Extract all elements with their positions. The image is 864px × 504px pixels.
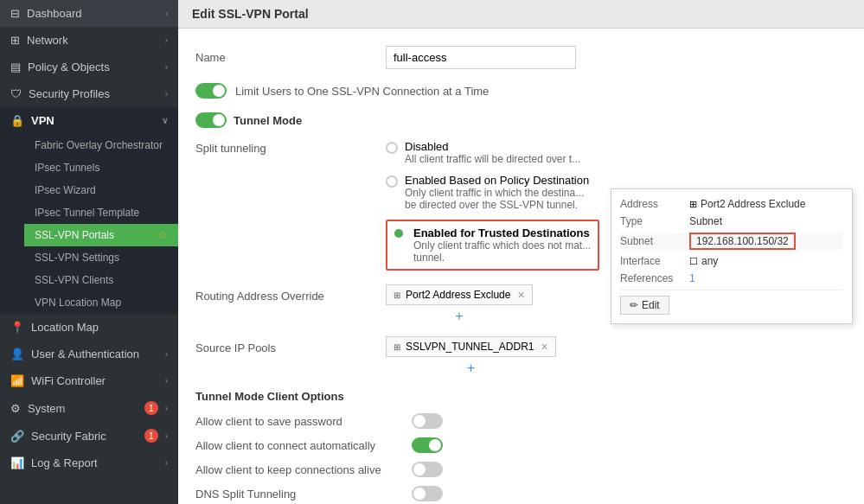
- chevron-icon: ›: [165, 9, 168, 18]
- radio-desc-trusted: Only client traffic which does not mat..…: [413, 239, 591, 264]
- sidebar-label-ipsec-wizard: IPsec Wizard: [35, 184, 96, 196]
- tooltip-subnet-val: 192.168.100.150/32: [689, 233, 796, 250]
- wifi-icon: 📶: [10, 374, 24, 387]
- option-row-0: Allow client to save password: [195, 413, 847, 429]
- source-ip-row: Source IP Pools ⊞ SSLVPN_TUNNEL_ADDR1 × …: [195, 336, 847, 376]
- tunnel-mode-toggle[interactable]: [195, 112, 227, 128]
- vpn-submenu: Fabric Overlay Orchestrator IPsec Tunnel…: [0, 134, 178, 314]
- shield-icon: 🛡: [10, 87, 22, 100]
- limit-users-toggle[interactable]: [195, 83, 227, 99]
- routing-address-label: Routing Address Override: [195, 284, 386, 303]
- sidebar-item-vpn-location-map[interactable]: VPN Location Map: [24, 291, 178, 314]
- option-row-2: Allow client to keep connections alive: [195, 462, 847, 477]
- tooltip-type-row: Type Subnet: [620, 215, 843, 227]
- split-option-disabled[interactable]: Disabled All client traffic will be dire…: [386, 140, 599, 165]
- sidebar-item-fabric-overlay[interactable]: Fabric Overlay Orchestrator: [24, 134, 178, 156]
- tooltip-references-key: References: [620, 272, 689, 284]
- tooltip-edit-button[interactable]: ✏ Edit: [620, 296, 669, 315]
- option-toggle-0[interactable]: [412, 413, 443, 429]
- add-routing-btn[interactable]: +: [386, 309, 533, 324]
- split-tunneling-label: Split tunneling: [195, 140, 368, 271]
- option-label-1: Allow client to connect automatically: [195, 439, 403, 452]
- source-ip-value: ⊞ SSLVPN_TUNNEL_ADDR1 × +: [386, 336, 556, 376]
- option-label-3: DNS Split Tunneling: [195, 488, 403, 501]
- split-options: Disabled All client traffic will be dire…: [386, 140, 599, 271]
- option-row-3: DNS Split Tunneling: [195, 486, 847, 501]
- pencil-icon: ✏: [630, 299, 638, 311]
- option-toggle-3[interactable]: [412, 486, 443, 501]
- remove-routing-btn[interactable]: ×: [517, 288, 524, 302]
- sidebar-label-vpn-location: VPN Location Map: [35, 297, 121, 309]
- sidebar-item-ssl-vpn-clients[interactable]: SSL-VPN Clients: [24, 269, 178, 291]
- tooltip-type-val: Subnet: [689, 215, 722, 227]
- source-ip-label: Source IP Pools: [195, 336, 386, 354]
- sidebar-item-log-report[interactable]: 📊 Log & Report ›: [0, 450, 178, 476]
- sidebar-item-system[interactable]: ⚙ System 1 ›: [0, 394, 178, 422]
- routing-address-tag: ⊞ Port2 Address Exclude ×: [386, 284, 533, 305]
- policy-icon: ▤: [10, 61, 21, 73]
- sidebar-item-ssl-vpn-settings[interactable]: SSL-VPN Settings: [24, 246, 178, 269]
- dash-icon: ⊟: [10, 7, 20, 20]
- source-ip-text: SSLVPN_TUNNEL_ADDR1: [406, 341, 534, 353]
- fabric-badge: 1: [144, 429, 158, 443]
- star-icon: ☆: [158, 229, 168, 241]
- port-icon-tooltip: ⊞: [689, 199, 697, 210]
- radio-policy: [386, 175, 398, 188]
- tooltip-subnet-key: Subnet: [620, 235, 689, 247]
- sidebar-item-security-profiles[interactable]: 🛡 Security Profiles ›: [0, 80, 178, 107]
- sidebar-item-security-fabric[interactable]: 🔗 Security Fabric 1 ›: [0, 422, 178, 450]
- chevron-icon: ›: [165, 376, 168, 386]
- sidebar-item-ipsec-tunnels[interactable]: IPsec Tunnels: [24, 156, 178, 179]
- radio-desc-policy: Only client traffic in which the destina…: [405, 187, 589, 211]
- routing-address-value: ⊞ Port2 Address Exclude × +: [386, 284, 533, 324]
- split-option-policy[interactable]: Enabled Based on Policy Destination Only…: [386, 174, 599, 211]
- option-row-1: Allow client to connect automatically: [195, 437, 847, 453]
- sidebar-item-dashboard[interactable]: ⊟ Dashboard ›: [0, 0, 178, 27]
- radio-text-policy: Enabled Based on Policy Destination Only…: [405, 174, 589, 211]
- chevron-icon: ›: [165, 62, 168, 72]
- sidebar-item-policy-objects[interactable]: ▤ Policy & Objects ›: [0, 54, 178, 80]
- sidebar-item-location-map[interactable]: 📍 Location Map: [0, 314, 178, 341]
- sidebar-item-network[interactable]: ⊞ Network ›: [0, 27, 178, 54]
- chevron-icon: ›: [165, 35, 168, 45]
- main-content: Edit SSL-VPN Portal Name Limit Users to …: [178, 0, 864, 504]
- name-input[interactable]: [386, 46, 576, 69]
- log-icon: 📊: [10, 456, 24, 469]
- radio-disabled: [386, 142, 398, 154]
- split-option-trusted[interactable]: Enabled for Trusted Destinations Only cl…: [386, 220, 599, 271]
- page-title: Edit SSL-VPN Portal: [192, 7, 309, 21]
- sidebar-item-ipsec-wizard[interactable]: IPsec Wizard: [24, 179, 178, 201]
- radio-text-disabled: Disabled All client traffic will be dire…: [405, 140, 580, 165]
- network-icon: ⊞: [10, 34, 20, 47]
- sidebar-item-vpn[interactable]: 🔒 VPN ∨: [0, 107, 178, 134]
- tooltip-divider: [620, 290, 843, 290]
- sidebar-label-policy: Policy & Objects: [28, 61, 110, 73]
- radio-title-policy: Enabled Based on Policy Destination: [405, 174, 589, 187]
- limit-users-label: Limit Users to One SSL-VPN Connection at…: [235, 85, 489, 98]
- green-dot-icon: [394, 229, 403, 238]
- sidebar-label-dashboard: Dashboard: [27, 7, 82, 20]
- tooltip-type-key: Type: [620, 215, 689, 227]
- option-label-2: Allow client to keep connections alive: [195, 463, 403, 476]
- remove-source-btn[interactable]: ×: [541, 340, 548, 354]
- tooltip-address-row: Address ⊞ Port2 Address Exclude: [620, 198, 843, 210]
- sidebar-label-fabric-overlay: Fabric Overlay Orchestrator: [35, 139, 163, 151]
- sidebar-item-wifi[interactable]: 📶 WiFi Controller ›: [0, 367, 178, 394]
- name-label: Name: [195, 51, 386, 64]
- sidebar-item-ssl-vpn-portals[interactable]: SSL-VPN Portals ☆: [24, 224, 178, 246]
- option-toggle-1[interactable]: [412, 437, 443, 453]
- sidebar: ⊟ Dashboard › ⊞ Network › ▤ Policy & Obj…: [0, 0, 178, 504]
- page-header: Edit SSL-VPN Portal: [178, 0, 864, 29]
- sidebar-label-vpn: VPN: [31, 114, 54, 127]
- pool-icon: ⊞: [394, 342, 400, 352]
- option-toggle-2[interactable]: [412, 462, 443, 477]
- content-area: Name Limit Users to One SSL-VPN Connecti…: [178, 29, 864, 504]
- sidebar-item-user-auth[interactable]: 👤 User & Authentication ›: [0, 341, 178, 367]
- system-icon: ⚙: [10, 402, 21, 415]
- chevron-icon: ›: [165, 431, 168, 441]
- sidebar-item-ipsec-template[interactable]: IPsec Tunnel Template: [24, 201, 178, 224]
- chevron-icon: ›: [165, 349, 168, 359]
- add-source-btn[interactable]: +: [386, 360, 556, 376]
- tooltip-address-key: Address: [620, 198, 689, 210]
- tooltip-interface-key: Interface: [620, 255, 689, 267]
